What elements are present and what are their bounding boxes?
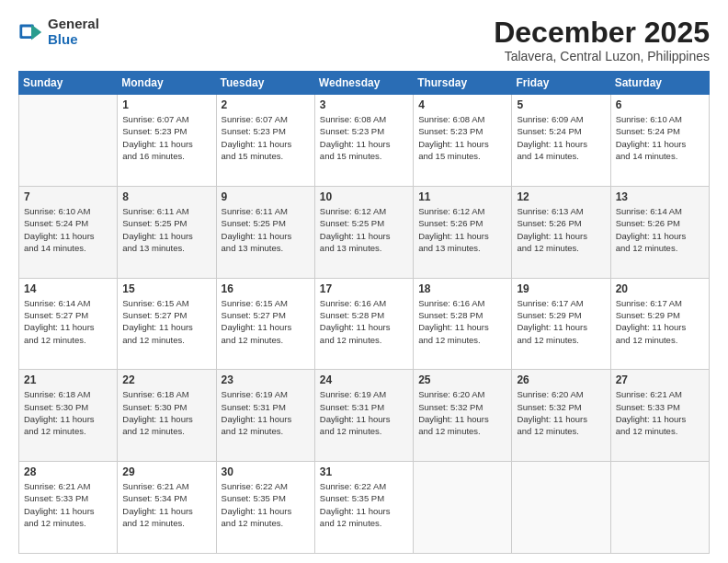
header: General Blue December 2025 Talavera, Cen… bbox=[18, 17, 710, 63]
day-info: Sunrise: 6:08 AM Sunset: 5:23 PM Dayligh… bbox=[320, 113, 408, 162]
calendar-week-row: 7Sunrise: 6:10 AM Sunset: 5:24 PM Daylig… bbox=[19, 186, 710, 278]
column-header-saturday: Saturday bbox=[610, 72, 709, 95]
day-number: 7 bbox=[24, 190, 112, 203]
day-info: Sunrise: 6:17 AM Sunset: 5:29 PM Dayligh… bbox=[517, 297, 605, 346]
day-number: 8 bbox=[122, 190, 210, 203]
logo-general-text: General bbox=[48, 17, 99, 32]
logo-icon bbox=[18, 19, 44, 45]
calendar-cell: 15Sunrise: 6:15 AM Sunset: 5:27 PM Dayli… bbox=[118, 278, 216, 370]
logo-blue-text: Blue bbox=[48, 32, 99, 48]
calendar-cell: 11Sunrise: 6:12 AM Sunset: 5:26 PM Dayli… bbox=[414, 186, 512, 278]
day-info: Sunrise: 6:10 AM Sunset: 5:24 PM Dayligh… bbox=[616, 113, 704, 162]
day-info: Sunrise: 6:14 AM Sunset: 5:26 PM Dayligh… bbox=[616, 205, 704, 254]
calendar-cell: 23Sunrise: 6:19 AM Sunset: 5:31 PM Dayli… bbox=[216, 370, 314, 462]
calendar-cell: 30Sunrise: 6:22 AM Sunset: 5:35 PM Dayli… bbox=[216, 462, 314, 554]
calendar-header-row: SundayMondayTuesdayWednesdayThursdayFrid… bbox=[19, 72, 710, 95]
calendar-cell: 25Sunrise: 6:20 AM Sunset: 5:32 PM Dayli… bbox=[414, 370, 512, 462]
calendar-cell bbox=[512, 462, 610, 554]
day-info: Sunrise: 6:21 AM Sunset: 5:33 PM Dayligh… bbox=[616, 388, 704, 437]
calendar-table: SundayMondayTuesdayWednesdayThursdayFrid… bbox=[18, 71, 710, 554]
column-header-monday: Monday bbox=[118, 72, 216, 95]
day-info: Sunrise: 6:16 AM Sunset: 5:28 PM Dayligh… bbox=[418, 297, 506, 346]
day-number: 26 bbox=[517, 373, 605, 386]
day-number: 13 bbox=[616, 190, 704, 203]
calendar-cell bbox=[610, 462, 709, 554]
day-number: 10 bbox=[320, 190, 408, 203]
day-number: 28 bbox=[24, 465, 112, 478]
calendar-cell: 5Sunrise: 6:09 AM Sunset: 5:24 PM Daylig… bbox=[512, 95, 610, 187]
day-number: 23 bbox=[222, 373, 310, 386]
day-info: Sunrise: 6:18 AM Sunset: 5:30 PM Dayligh… bbox=[122, 388, 210, 437]
title-block: December 2025 Talavera, Central Luzon, P… bbox=[494, 17, 710, 63]
calendar-week-row: 21Sunrise: 6:18 AM Sunset: 5:30 PM Dayli… bbox=[19, 370, 710, 462]
day-number: 5 bbox=[517, 98, 605, 111]
column-header-tuesday: Tuesday bbox=[216, 72, 314, 95]
day-number: 25 bbox=[418, 373, 506, 386]
calendar-cell: 28Sunrise: 6:21 AM Sunset: 5:33 PM Dayli… bbox=[19, 462, 118, 554]
svg-marker-2 bbox=[31, 24, 41, 40]
day-number: 19 bbox=[517, 282, 605, 295]
day-info: Sunrise: 6:20 AM Sunset: 5:32 PM Dayligh… bbox=[517, 388, 605, 437]
location: Talavera, Central Luzon, Philippines bbox=[494, 49, 710, 63]
day-info: Sunrise: 6:17 AM Sunset: 5:29 PM Dayligh… bbox=[616, 297, 704, 346]
calendar-cell: 16Sunrise: 6:15 AM Sunset: 5:27 PM Dayli… bbox=[216, 278, 314, 370]
calendar-cell: 14Sunrise: 6:14 AM Sunset: 5:27 PM Dayli… bbox=[19, 278, 118, 370]
day-info: Sunrise: 6:18 AM Sunset: 5:30 PM Dayligh… bbox=[24, 388, 112, 437]
calendar-cell: 10Sunrise: 6:12 AM Sunset: 5:25 PM Dayli… bbox=[314, 186, 413, 278]
calendar-cell: 26Sunrise: 6:20 AM Sunset: 5:32 PM Dayli… bbox=[512, 370, 610, 462]
day-info: Sunrise: 6:22 AM Sunset: 5:35 PM Dayligh… bbox=[320, 480, 408, 529]
day-info: Sunrise: 6:09 AM Sunset: 5:24 PM Dayligh… bbox=[517, 113, 605, 162]
column-header-wednesday: Wednesday bbox=[314, 72, 413, 95]
day-info: Sunrise: 6:21 AM Sunset: 5:33 PM Dayligh… bbox=[24, 480, 112, 529]
day-number: 4 bbox=[418, 98, 506, 111]
calendar-week-row: 14Sunrise: 6:14 AM Sunset: 5:27 PM Dayli… bbox=[19, 278, 710, 370]
day-info: Sunrise: 6:07 AM Sunset: 5:23 PM Dayligh… bbox=[222, 113, 310, 162]
calendar-cell: 17Sunrise: 6:16 AM Sunset: 5:28 PM Dayli… bbox=[314, 278, 413, 370]
day-number: 21 bbox=[24, 373, 112, 386]
day-number: 16 bbox=[222, 282, 310, 295]
calendar-cell: 29Sunrise: 6:21 AM Sunset: 5:34 PM Dayli… bbox=[118, 462, 216, 554]
calendar-week-row: 28Sunrise: 6:21 AM Sunset: 5:33 PM Dayli… bbox=[19, 462, 710, 554]
day-number: 29 bbox=[122, 465, 210, 478]
calendar-cell bbox=[19, 95, 118, 187]
day-info: Sunrise: 6:14 AM Sunset: 5:27 PM Dayligh… bbox=[24, 297, 112, 346]
logo: General Blue bbox=[18, 17, 99, 47]
day-info: Sunrise: 6:19 AM Sunset: 5:31 PM Dayligh… bbox=[222, 388, 310, 437]
calendar-cell: 1Sunrise: 6:07 AM Sunset: 5:23 PM Daylig… bbox=[118, 95, 216, 187]
day-number: 1 bbox=[122, 98, 210, 111]
calendar-cell: 6Sunrise: 6:10 AM Sunset: 5:24 PM Daylig… bbox=[610, 95, 709, 187]
day-info: Sunrise: 6:19 AM Sunset: 5:31 PM Dayligh… bbox=[320, 388, 408, 437]
calendar-cell: 19Sunrise: 6:17 AM Sunset: 5:29 PM Dayli… bbox=[512, 278, 610, 370]
day-number: 20 bbox=[616, 282, 704, 295]
day-info: Sunrise: 6:07 AM Sunset: 5:23 PM Dayligh… bbox=[122, 113, 210, 162]
calendar-cell: 18Sunrise: 6:16 AM Sunset: 5:28 PM Dayli… bbox=[414, 278, 512, 370]
calendar-cell: 9Sunrise: 6:11 AM Sunset: 5:25 PM Daylig… bbox=[216, 186, 314, 278]
calendar-cell: 3Sunrise: 6:08 AM Sunset: 5:23 PM Daylig… bbox=[314, 95, 413, 187]
day-number: 17 bbox=[320, 282, 408, 295]
column-header-thursday: Thursday bbox=[414, 72, 512, 95]
page: General Blue December 2025 Talavera, Cen… bbox=[0, 0, 728, 563]
calendar-cell: 20Sunrise: 6:17 AM Sunset: 5:29 PM Dayli… bbox=[610, 278, 709, 370]
day-number: 27 bbox=[616, 373, 704, 386]
day-info: Sunrise: 6:11 AM Sunset: 5:25 PM Dayligh… bbox=[122, 205, 210, 254]
day-info: Sunrise: 6:20 AM Sunset: 5:32 PM Dayligh… bbox=[418, 388, 506, 437]
calendar-cell: 12Sunrise: 6:13 AM Sunset: 5:26 PM Dayli… bbox=[512, 186, 610, 278]
calendar-cell bbox=[414, 462, 512, 554]
day-info: Sunrise: 6:15 AM Sunset: 5:27 PM Dayligh… bbox=[222, 297, 310, 346]
day-number: 6 bbox=[616, 98, 704, 111]
day-info: Sunrise: 6:10 AM Sunset: 5:24 PM Dayligh… bbox=[24, 205, 112, 254]
day-info: Sunrise: 6:22 AM Sunset: 5:35 PM Dayligh… bbox=[222, 480, 310, 529]
day-number: 22 bbox=[122, 373, 210, 386]
calendar-cell: 7Sunrise: 6:10 AM Sunset: 5:24 PM Daylig… bbox=[19, 186, 118, 278]
day-number: 15 bbox=[122, 282, 210, 295]
calendar-cell: 4Sunrise: 6:08 AM Sunset: 5:23 PM Daylig… bbox=[414, 95, 512, 187]
day-info: Sunrise: 6:12 AM Sunset: 5:26 PM Dayligh… bbox=[418, 205, 506, 254]
day-number: 12 bbox=[517, 190, 605, 203]
day-number: 3 bbox=[320, 98, 408, 111]
calendar-week-row: 1Sunrise: 6:07 AM Sunset: 5:23 PM Daylig… bbox=[19, 95, 710, 187]
calendar-cell: 22Sunrise: 6:18 AM Sunset: 5:30 PM Dayli… bbox=[118, 370, 216, 462]
calendar-cell: 24Sunrise: 6:19 AM Sunset: 5:31 PM Dayli… bbox=[314, 370, 413, 462]
calendar-cell: 2Sunrise: 6:07 AM Sunset: 5:23 PM Daylig… bbox=[216, 95, 314, 187]
day-number: 18 bbox=[418, 282, 506, 295]
day-info: Sunrise: 6:08 AM Sunset: 5:23 PM Dayligh… bbox=[418, 113, 506, 162]
